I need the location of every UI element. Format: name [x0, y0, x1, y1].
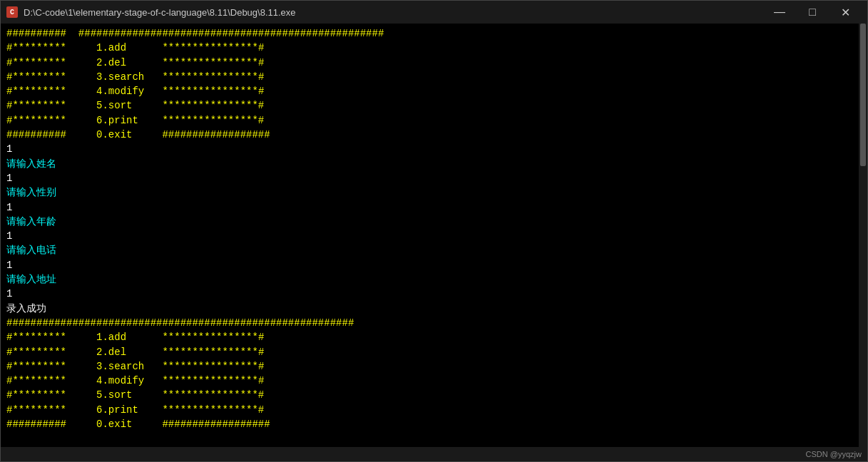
menu2-item-print: #********* 6.print ****************# — [6, 403, 853, 417]
prompt-gender: 请输入性别 — [6, 185, 853, 200]
input-1: 1 — [6, 142, 853, 156]
menu2-item-sort: #********* 5.sort ****************# — [6, 388, 853, 402]
menu-item-modify: #********* 4.modify ****************# — [6, 84, 853, 98]
window: C D:\C-code\1\elementary-stage-of-c-lang… — [0, 0, 868, 462]
menu-item-add: #********* 1.add ****************# — [6, 41, 853, 55]
input-6: 1 — [6, 287, 853, 301]
scrollbar-thumb[interactable] — [860, 24, 866, 166]
app-icon: C — [6, 6, 18, 18]
menu2-item-del: #********* 2.del ****************# — [6, 345, 853, 359]
input-2: 1 — [6, 171, 853, 185]
menu2-border-top: ########################################… — [6, 316, 853, 330]
scrollbar[interactable] — [859, 24, 867, 447]
menu2-item-modify: #********* 4.modify ****************# — [6, 374, 853, 388]
terminal-output: ########## #############################… — [1, 24, 859, 447]
menu-item-del: #********* 2.del ****************# — [6, 56, 853, 70]
menu2-item-add: #********* 1.add ****************# — [6, 330, 853, 344]
input-4: 1 — [6, 229, 853, 243]
menu-border-top: ########## #############################… — [6, 26, 853, 41]
menu2-item-exit: ########## 0.exit ################## — [6, 417, 853, 431]
menu-item-print: #********* 6.print ****************# — [6, 113, 853, 128]
minimize-button[interactable]: — — [763, 1, 796, 24]
status-text: CSDN @yyqzjw — [806, 450, 862, 458]
prompt-address: 请输入地址 — [6, 272, 853, 287]
maximize-button[interactable]: □ — [796, 1, 829, 24]
menu-item-search: #********* 3.search ****************# — [6, 70, 853, 84]
prompt-name: 请输入姓名 — [6, 157, 853, 171]
prompt-age: 请输入年龄 — [6, 215, 853, 229]
input-5: 1 — [6, 258, 853, 272]
menu-item-sort: #********* 5.sort ****************# — [6, 98, 853, 113]
menu-item-exit: ########## 0.exit ################## — [6, 128, 853, 142]
prompt-phone: 请输入电话 — [6, 243, 853, 257]
window-controls: — □ ✕ — [763, 1, 862, 24]
success-message: 录入成功 — [6, 302, 853, 316]
title-bar-left: C D:\C-code\1\elementary-stage-of-c-lang… — [6, 6, 296, 18]
window-title: D:\C-code\1\elementary-stage-of-c-langua… — [24, 7, 296, 18]
title-bar: C D:\C-code\1\elementary-stage-of-c-lang… — [1, 1, 867, 24]
input-3: 1 — [6, 200, 853, 215]
menu2-item-search: #********* 3.search ****************# — [6, 359, 853, 374]
status-bar: CSDN @yyqzjw — [1, 447, 867, 461]
close-button[interactable]: ✕ — [829, 1, 862, 24]
